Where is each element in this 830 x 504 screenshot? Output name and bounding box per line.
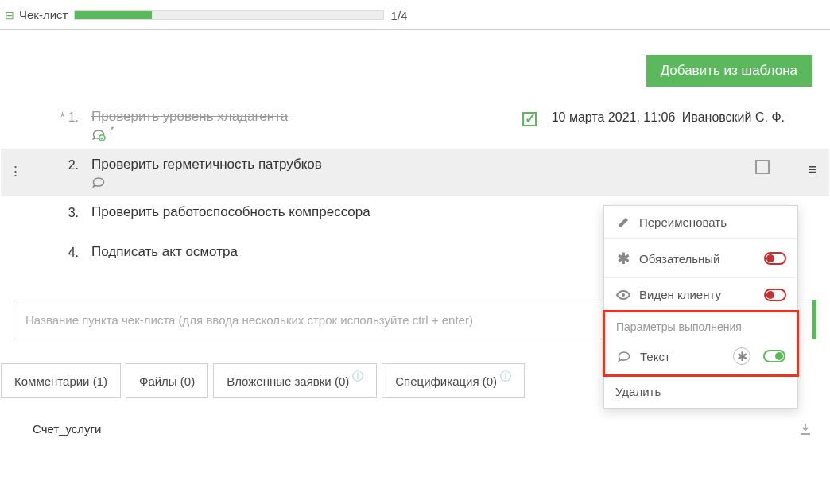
tab-nested-requests[interactable]: Вложенные заявки (0)ⓘ [213, 363, 377, 398]
item-index: 4. [25, 244, 91, 260]
checklist-item: *1. Проверить уровень хладагента * 10 ма… [1, 101, 829, 149]
item-index: 2. [25, 157, 91, 173]
menu-visible-client[interactable]: Виден клиенту [604, 278, 797, 312]
collapse-icon[interactable]: ⊟ [5, 9, 14, 21]
drag-handle[interactable] [9, 244, 25, 250]
item-index: *1. [25, 109, 91, 125]
param-required-button[interactable]: ✱ [733, 347, 750, 365]
progress-text: 1/4 [391, 9, 408, 22]
account-label[interactable]: Счет_услуги [33, 422, 101, 436]
tab-title[interactable]: Чек-лист [19, 8, 68, 21]
item-checkbox[interactable] [522, 112, 537, 126]
tab-comments[interactable]: Комментарии (1) [1, 363, 121, 398]
menu-required[interactable]: ✱ Обязательный [604, 239, 797, 278]
drag-handle[interactable] [9, 109, 25, 115]
menu-rename[interactable]: Переименовать [604, 206, 797, 239]
param-text-toggle[interactable] [763, 350, 785, 362]
progress-bar: 1/4 [74, 10, 384, 20]
add-from-template-button[interactable]: Добавить из шаблона [646, 55, 812, 87]
params-title: Параметры выполнения [605, 312, 797, 338]
download-icon[interactable] [799, 423, 812, 436]
drag-handle[interactable] [9, 204, 25, 211]
eye-icon [615, 290, 631, 300]
item-menu-icon[interactable]: ≡ [808, 161, 816, 178]
drag-handle[interactable]: ⋮ [9, 157, 25, 180]
menu-param-text[interactable]: Текст ✱ [605, 338, 797, 374]
submit-edge[interactable] [812, 300, 816, 339]
required-asterisk: * [60, 110, 64, 124]
comment-icon [616, 350, 632, 362]
visible-toggle[interactable] [764, 289, 786, 301]
pencil-icon [615, 216, 631, 229]
tab-specification[interactable]: Спецификация (0)ⓘ [382, 363, 525, 398]
comment-icon[interactable] [91, 176, 106, 188]
info-icon: ⓘ [500, 370, 511, 384]
menu-delete[interactable]: Удалить [604, 375, 797, 408]
info-icon: ⓘ [352, 370, 363, 384]
checklist-item: ⋮ 2. Проверить герметичность патрубков ≡ [1, 149, 829, 196]
required-toggle[interactable] [764, 252, 786, 265]
item-checkbox[interactable] [755, 160, 770, 174]
comment-required-asterisk: * [111, 125, 114, 134]
tab-files[interactable]: Файлы (0) [126, 363, 208, 398]
item-context-menu: Переименовать ✱ Обязательный Виден клиен… [603, 205, 798, 409]
svg-point-1 [622, 293, 625, 297]
completion-info: 10 марта 2021, 11:06 Ивановский С. Ф. [541, 109, 785, 125]
asterisk-icon: ✱ [615, 249, 631, 268]
item-title[interactable]: Проверить герметичность патрубков [91, 157, 751, 173]
progress-fill [75, 11, 152, 19]
params-group-highlight: Параметры выполнения Текст ✱ [603, 310, 799, 377]
item-index: 3. [25, 204, 91, 220]
comment-icon[interactable] [91, 128, 106, 141]
checklist-tab-header: ⊟ Чек-лист 1/4 [0, 0, 830, 30]
item-title[interactable]: Проверить уровень хладагента [91, 109, 518, 125]
